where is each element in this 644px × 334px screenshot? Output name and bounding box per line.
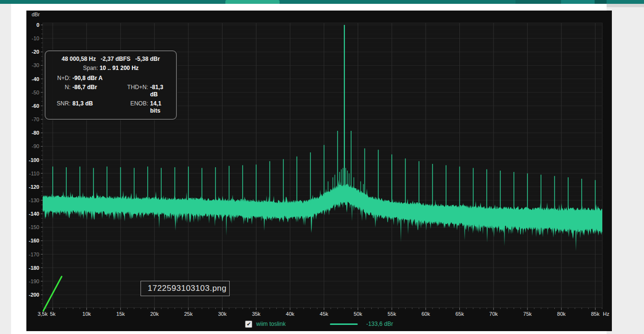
svg-text:10k: 10k (82, 311, 91, 317)
svg-text:70k: 70k (489, 311, 498, 317)
svg-text:-70: -70 (32, 116, 39, 122)
trace-legend: ✔ wiim toslink -133,6 dBr (26, 319, 612, 329)
svg-text:-80: -80 (32, 130, 39, 136)
svg-text:60k: 60k (422, 311, 430, 317)
svg-text:20k: 20k (150, 311, 159, 317)
trace-color-swatch (330, 323, 358, 325)
enob-value: 14,1 bits (150, 100, 171, 115)
svg-text:5k: 5k (50, 311, 56, 317)
svg-text:-200: -200 (29, 292, 39, 298)
trace-checkbox[interactable]: ✔ (245, 321, 252, 328)
svg-text:-110: -110 (29, 171, 39, 176)
snr-label: SNR: (50, 100, 72, 115)
svg-text:-10: -10 (32, 35, 39, 41)
thdn-label: THD+N: (120, 84, 150, 98)
svg-text:40k: 40k (286, 311, 294, 317)
active-tab-indicator[interactable] (225, 0, 280, 4)
x-axis-unit-label: Hz (603, 311, 609, 317)
cursor-dbfs: -2,37 dBFS (101, 56, 130, 62)
n-value: -86,7 dBr (72, 84, 120, 98)
svg-text:45k: 45k (320, 311, 328, 317)
svg-text:-90: -90 (32, 143, 39, 149)
tab-segment (561, 0, 595, 4)
enob-label: ENOB: (120, 100, 150, 115)
svg-text:-160: -160 (29, 238, 39, 243)
svg-text:-130: -130 (29, 197, 39, 203)
span-readout: Span: 10 .. 91 200 Hz (50, 65, 171, 72)
filename-label: 1722593103103.png (141, 281, 230, 296)
svg-text:80k: 80k (557, 311, 566, 317)
cursor-dbr: -5,38 dBr (135, 56, 160, 62)
svg-text:-100: -100 (29, 157, 39, 163)
nd-value: -90,8 dBr A (72, 75, 171, 82)
cursor-readout: 48 000,58 Hz-2,37 dBFS-5,38 dBr (50, 56, 171, 63)
svg-text:3,5k: 3,5k (37, 311, 47, 317)
browser-tab-strip (0, 0, 644, 4)
svg-text:-30: -30 (32, 62, 39, 68)
svg-text:-40: -40 (32, 76, 39, 82)
snr-value: 81,3 dB (72, 100, 120, 115)
tab-segment (515, 0, 561, 4)
svg-text:-50: -50 (32, 90, 39, 95)
spectrum-analyzer-panel: dBr0-10-20-30-40-50-60-70-80-90-100-110-… (26, 11, 612, 331)
svg-text:-180: -180 (29, 265, 39, 271)
svg-text:-170: -170 (29, 252, 39, 257)
span-label: Span: (83, 65, 98, 71)
svg-text:50k: 50k (354, 311, 363, 317)
tab-segment (607, 0, 644, 4)
content-card: dBr0-10-20-30-40-50-60-70-80-90-100-110-… (11, 4, 607, 334)
svg-text:75k: 75k (523, 311, 532, 317)
svg-text:30k: 30k (218, 311, 227, 317)
svg-text:-20: -20 (32, 49, 39, 55)
svg-text:15k: 15k (117, 311, 125, 317)
cursor-frequency: 48 000,58 Hz (62, 56, 96, 62)
svg-text:35k: 35k (252, 311, 260, 317)
svg-text:-150: -150 (29, 224, 39, 230)
chrome-corner (607, 4, 644, 7)
metrics-grid: N+D: -90,8 dBr A N: -86,7 dBr THD+N: -81… (50, 75, 171, 115)
y-axis-unit-label: dBr (32, 12, 40, 17)
svg-text:0: 0 (36, 22, 39, 28)
svg-text:25k: 25k (184, 311, 193, 317)
svg-text:-60: -60 (32, 103, 39, 109)
span-value: 10 .. 91 200 Hz (100, 65, 139, 71)
svg-text:85k: 85k (591, 311, 599, 317)
svg-text:-120: -120 (29, 184, 39, 190)
svg-text:55k: 55k (387, 311, 396, 317)
n-label: N: (50, 84, 72, 98)
svg-text:65k: 65k (456, 311, 464, 317)
trace-cursor-value: -133,6 dBr (366, 321, 393, 327)
tab-segment (595, 0, 607, 4)
thdn-value: -81,3 dB (150, 84, 171, 98)
measurement-info-box: 48 000,58 Hz-2,37 dBFS-5,38 dBr Span: 10… (45, 50, 177, 120)
svg-text:-140: -140 (29, 211, 39, 217)
trace-name[interactable]: wiim toslink (256, 321, 285, 327)
svg-text:-190: -190 (29, 278, 39, 284)
nd-label: N+D: (50, 75, 72, 82)
